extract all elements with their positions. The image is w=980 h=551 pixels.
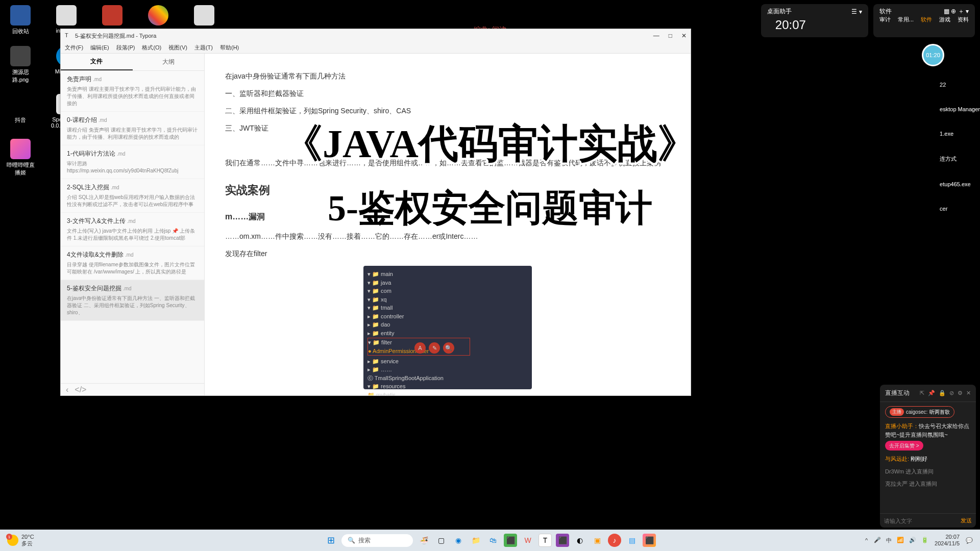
menu-format[interactable]: 格式(O)	[142, 44, 161, 52]
sidebar-file-item[interactable]: 5-鉴权安全问题挖掘 .md在java中身份验证通常有下面几种方法 一、监听器和…	[61, 280, 204, 321]
tab-common[interactable]: 常用...	[898, 16, 914, 23]
taskbar-weather[interactable]: 1 20°C 多云	[7, 534, 34, 547]
right-partial-icons: 22 esktop Manager 1.exe 连方式 etup465.exe …	[940, 82, 980, 212]
tb-app-5[interactable]: ▤	[625, 534, 639, 547]
tb-app-2[interactable]: ⬛	[504, 534, 517, 547]
sidebar-file-list: 免责声明 .md免责声明 课程主要用于技术学习，提升代码审计能力，由于传播、利用…	[61, 71, 204, 383]
menu-theme[interactable]: 主题(T)	[194, 44, 213, 52]
tray-wifi-icon[interactable]: 📶	[897, 537, 904, 544]
sidebar-file-item[interactable]: 2-SQL注入挖掘 .md介绍 SQL注入即是指web应用程序对用户输入数据的合…	[61, 179, 204, 213]
back-icon[interactable]: ‹	[66, 385, 68, 394]
live-title: 直播互动	[885, 389, 920, 397]
sidebar-file-item[interactable]: 免责声明 .md免责声明 课程主要用于技术学习，提升代码审计能力，由于传播、利用…	[61, 71, 204, 112]
taskbar-clock[interactable]: 20:07 2024/11/5	[935, 534, 960, 547]
circle-timer[interactable]: 01:20	[922, 44, 944, 66]
screenshot-overlay-icons: A ✎ 🔍	[414, 342, 454, 354]
live-close-icon[interactable]: ✕	[966, 390, 971, 396]
live-send-button[interactable]: 发送	[961, 517, 972, 524]
live-msg-2: Dr3Wm 进入直播间	[885, 467, 971, 476]
desktop-icon-recycle[interactable]: 回收站	[5, 5, 36, 35]
widget-menu-icon[interactable]: ☰ ▾	[851, 8, 862, 15]
tray-volume-icon[interactable]: 🔊	[909, 537, 916, 544]
live-text-input[interactable]	[884, 517, 961, 524]
live-lock-icon[interactable]: 🔒	[939, 390, 946, 396]
taskbar-search[interactable]: 🔍 搜索	[341, 534, 413, 547]
desktop-icon-bilibili[interactable]: 哔哩哔哩直播姬	[5, 139, 36, 177]
live-msg-1: 与风远赴: 刚刚好	[885, 455, 971, 463]
tb-wps[interactable]: W	[521, 534, 534, 547]
sidebar-footer: ‹ </>	[61, 383, 204, 395]
tray-ime-icon[interactable]: 中	[886, 537, 892, 544]
tb-netease[interactable]: ♪	[608, 534, 621, 547]
tb-explorer[interactable]: 📁	[469, 534, 482, 547]
editor-code-screenshot: ▾ 📁 main ▾ 📁 java ▾ 📁 com ▾ 📁 xq ▾ 📁 tma…	[363, 266, 532, 389]
widget-software[interactable]: 软件 ▦ ⊕ ＋ ▾ 审计 常用... 软件 游戏 资料	[873, 4, 975, 37]
menu-file[interactable]: 文件(F)	[65, 44, 83, 52]
sidebar-file-item[interactable]: 1-代码审计方法论 .md审计思路 https://mp.weixin.qq.c…	[61, 145, 204, 179]
tb-store[interactable]: 🛍	[486, 534, 500, 547]
sidebar-file-item[interactable]: 3-文件写入&文件上传 .md文件上传(写入) java中文件上传的利用 上传j…	[61, 213, 204, 246]
tray-battery-icon[interactable]: 🔋	[921, 537, 928, 544]
close-button[interactable]: ✕	[681, 32, 687, 39]
live-filter-icon[interactable]: ⊘	[949, 390, 954, 396]
weather-icon: 1	[7, 535, 18, 546]
live-settings-icon[interactable]: ⚙	[958, 390, 963, 396]
typora-menubar: 文件(F) 编辑(E) 段落(P) 格式(O) 视图(V) 主题(T) 帮助(H…	[61, 42, 691, 54]
tray-chevron-icon[interactable]: ^	[865, 537, 868, 543]
tab-game[interactable]: 游戏	[939, 16, 950, 23]
typora-titlebar[interactable]: T 5-鉴权安全问题挖掘.md - Typora — □ ✕	[61, 29, 691, 42]
live-pin-icon[interactable]: 📌	[928, 390, 935, 396]
minimize-button[interactable]: —	[653, 32, 659, 39]
tb-edge[interactable]: ◉	[452, 534, 465, 547]
sidebar-file-item[interactable]: 0-课程介绍 .md课程介绍 免责声明 课程主要用于技术学习，提升代码审计能力，…	[61, 112, 204, 145]
widget-assistant[interactable]: 桌面助手 ☰ ▾ 20:07	[761, 4, 868, 37]
menu-paragraph[interactable]: 段落(P)	[116, 44, 135, 52]
edit-icon: ✎	[429, 342, 440, 354]
typora-title: 5-鉴权安全问题挖掘.md - Typora	[75, 32, 653, 40]
live-popout-icon[interactable]: ⇱	[920, 390, 924, 396]
taskbar: 1 20°C 多云 ⊞ 🔍 搜索 🍜 ▢ ◉ 📁 🛍 ⬛ W T ⬛ ◐ ▣ ♪…	[0, 530, 980, 551]
overlay-title-1: 《JAVA代码审计实战》	[283, 117, 697, 171]
tb-taskview[interactable]: ▢	[434, 534, 448, 547]
menu-help[interactable]: 帮助(H)	[220, 44, 239, 52]
taskbar-center: ⊞ 🔍 搜索 🍜 ▢ ◉ 📁 🛍 ⬛ W T ⬛ ◐ ▣ ♪ ▤ ⬛	[324, 534, 656, 547]
editor-p2[interactable]: 一、监听器和拦截器验证	[225, 86, 670, 101]
menu-edit[interactable]: 编辑(E)	[90, 44, 109, 52]
tray-notification-icon[interactable]: 💬	[966, 537, 973, 544]
tb-app-3[interactable]: ⬛	[556, 534, 569, 547]
live-chat-panel: 直播互动 ⇱ 📌 🔒 ⊘ ⚙ ✕ 主播 caigosec: 听两首歌 直播小助手…	[880, 385, 976, 528]
tray-mic-icon[interactable]: 🎤	[874, 537, 881, 544]
sidebar-file-item[interactable]: 4文件读取&文件删除 .md目录穿越 使用filename参数加载图像文件，图片…	[61, 246, 204, 280]
code-icon[interactable]: </>	[75, 385, 86, 394]
tab-software[interactable]: 软件	[921, 16, 932, 23]
overlay-title-2: 5-鉴权安全问题审计	[328, 184, 652, 233]
desktop-icon-douyin[interactable]: 抖音	[5, 94, 36, 129]
tb-chrome[interactable]: ◐	[573, 534, 586, 547]
tb-app-1[interactable]: 🍜	[417, 534, 430, 547]
editor-p1[interactable]: 在java中身份验证通常有下面几种方法	[225, 69, 670, 83]
tb-app-4[interactable]: ▣	[591, 534, 604, 547]
top-right-widgets: 桌面助手 ☰ ▾ 20:07 软件 ▦ ⊕ ＋ ▾ 审计 常用... 软件 游戏…	[761, 4, 975, 37]
widget-clock: 20:07	[767, 16, 862, 34]
editor-p7[interactable]: 发现存在filter	[225, 246, 670, 261]
search-icon: 🔍	[443, 342, 454, 354]
menu-view[interactable]: 视图(V)	[168, 44, 187, 52]
editor-p3[interactable]: 二、采用组件框架验证，列如Spring Security、shiro、CAS	[225, 104, 670, 118]
maximize-button[interactable]: □	[669, 32, 672, 39]
widget-grid-icon[interactable]: ▦ ⊕ ＋ ▾	[944, 7, 969, 16]
desktop-icon-trace[interactable]: 溯源思路.png	[5, 46, 36, 84]
sidebar-tab-files[interactable]: 文件	[61, 54, 133, 70]
tb-app-6[interactable]: ⬛	[643, 534, 656, 547]
live-body: 主播 caigosec: 听两首歌 直播小助手：快去号召大家给你点赞吧~提升直播…	[880, 402, 976, 513]
sidebar-tab-outline[interactable]: 大纲	[133, 54, 205, 70]
tb-typora[interactable]: T	[538, 534, 552, 547]
tab-data[interactable]: 资料	[958, 16, 969, 23]
live-msg-3: 克拉夫严 进入直播间	[885, 480, 971, 488]
typora-app-icon: T	[65, 32, 72, 39]
live-helper-msg: 直播小助手：快去号召大家给你点赞吧~提升直播间氛围哦~ 去开启集赞 >	[885, 422, 971, 450]
tab-audit[interactable]: 审计	[879, 16, 891, 23]
start-button[interactable]: ⊞	[324, 534, 337, 547]
live-start-like-button[interactable]: 去开启集赞 >	[885, 441, 923, 450]
search-icon: 🔍	[348, 537, 355, 544]
widget-tabs: 审计 常用... 软件 游戏 资料	[879, 16, 969, 23]
